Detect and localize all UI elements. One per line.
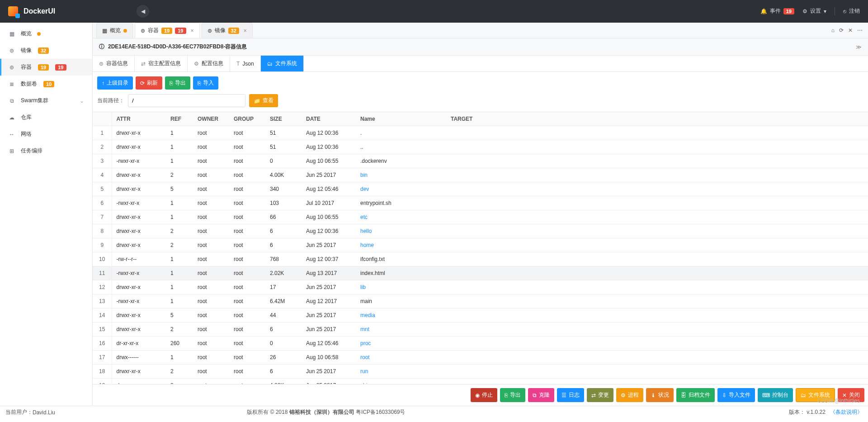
file-table-wrap[interactable]: ATTR REF OWNER GROUP SIZE DATE Name TARG… xyxy=(93,112,868,384)
more-icon[interactable]: ⋯ xyxy=(857,27,863,33)
action-clone[interactable]: ⧉克隆 xyxy=(528,388,554,402)
sidebar-label-6: 网络 xyxy=(21,130,32,138)
action-process[interactable]: ⚙进程 xyxy=(616,388,643,402)
action-export[interactable]: ⎘导出 xyxy=(500,388,525,402)
action-logs[interactable]: ☰日志 xyxy=(557,388,584,402)
file-link[interactable]: root xyxy=(360,354,370,360)
file-link[interactable]: mnt xyxy=(360,326,369,332)
table-row[interactable]: 16dr-xr-xr-x260rootroot0Aug 12 05:46proc xyxy=(93,337,868,351)
file-link[interactable]: home xyxy=(360,242,374,248)
collapse-sidebar-button[interactable]: ◀ xyxy=(137,5,149,18)
table-row[interactable]: 10-rw-r--r--1rootroot768Aug 12 00:37ifco… xyxy=(93,252,868,266)
file-link[interactable]: bin xyxy=(360,172,368,178)
file-link[interactable]: dev xyxy=(360,186,369,192)
table-row[interactable]: 8drwxr-xr-x2rootroot6Aug 12 00:36hello xyxy=(93,224,868,238)
col-target[interactable]: TARGET xyxy=(446,112,868,126)
header-logout[interactable]: ⎋ 注销 xyxy=(843,7,860,15)
refresh-icon[interactable]: ⟳ xyxy=(839,27,844,33)
inner-tab-1[interactable]: ⇄宿主配置信息 xyxy=(135,56,188,71)
tab-close-2[interactable]: × xyxy=(244,28,247,34)
header-events[interactable]: 🔔 事件 19 xyxy=(760,7,794,15)
import-button[interactable]: ⎘导入 xyxy=(193,76,218,90)
table-row[interactable]: 18drwxr-xr-x2rootroot6Jun 25 2017run xyxy=(93,365,868,379)
table-row[interactable]: 9drwxr-xr-x2rootroot6Jun 25 2017home xyxy=(93,238,868,252)
table-row[interactable]: 19drwxr-xr-x2rootroot4.00KJun 25 2017sbi… xyxy=(93,379,868,384)
action-stop[interactable]: ◉停止 xyxy=(471,388,497,402)
inner-tab-3[interactable]: TJson xyxy=(230,56,261,71)
path-input[interactable] xyxy=(128,94,245,107)
table-row[interactable]: 4drwxr-xr-x2rootroot4.00KJun 25 2017bin xyxy=(93,168,868,182)
table-row[interactable]: 1drwxr-xr-x1rootroot51Aug 12 00:36. xyxy=(93,126,868,140)
action-status[interactable]: 🌡状况 xyxy=(646,388,674,402)
action-filesystem[interactable]: 🗂文件系统 xyxy=(796,388,835,402)
action-change[interactable]: ⇄变更 xyxy=(587,388,613,402)
col-size[interactable]: SIZE xyxy=(265,112,302,126)
page-tab-0[interactable]: ▦概览 xyxy=(96,23,133,38)
cell-group: root xyxy=(229,379,265,384)
inner-tab-0[interactable]: ⊚容器信息 xyxy=(93,56,135,71)
cell-target xyxy=(446,280,868,294)
home-icon[interactable]: ⌂ xyxy=(831,27,835,33)
terms-link[interactable]: 《条款说明》 xyxy=(830,409,863,415)
table-row[interactable]: 7drwxr-xr-x1rootroot66Aug 10 06:55etc xyxy=(93,210,868,224)
sidebar-item-1[interactable]: ⊚镜像32 xyxy=(0,42,92,59)
inner-tab-4[interactable]: 🗂文件系统 xyxy=(261,56,304,71)
export-button[interactable]: ⎘导出 xyxy=(165,76,190,90)
cell-date: Jul 10 2017 xyxy=(302,196,356,210)
sidebar-item-0[interactable]: ▦概览 xyxy=(0,25,92,42)
sidebar-item-2[interactable]: ⊚容器1919 xyxy=(0,59,92,76)
table-row[interactable]: 12drwxr-xr-x1rootroot17Jun 25 2017lib xyxy=(93,280,868,294)
expand-icon[interactable]: ≫ xyxy=(856,44,862,50)
table-row[interactable]: 15drwxr-xr-x2rootroot6Jun 25 2017mnt xyxy=(93,322,868,337)
col-owner[interactable]: OWNER xyxy=(193,112,229,126)
table-row[interactable]: 17drwx------1rootroot26Aug 10 06:58root xyxy=(93,351,868,365)
sidebar-item-4[interactable]: ⧉Swarm集群⌄ xyxy=(0,92,92,109)
table-row[interactable]: 2drwxr-xr-x1rootroot51Aug 12 00:36.. xyxy=(93,140,868,154)
table-row[interactable]: 13-rwxr-xr-x1rootroot6.42MAug 12 2017mai… xyxy=(93,294,868,308)
cell-target xyxy=(446,379,868,384)
col-ref[interactable]: REF xyxy=(166,112,193,126)
table-row[interactable]: 5drwxr-xr-x5rootroot340Aug 12 05:46dev xyxy=(93,182,868,196)
close-all-icon[interactable]: ✕ xyxy=(848,27,853,33)
bell-icon: 🔔 xyxy=(760,8,767,14)
file-link[interactable]: etc xyxy=(360,214,368,220)
up-dir-button[interactable]: ↑上级目录 xyxy=(97,76,133,90)
inner-tab-2[interactable]: ⚙配置信息 xyxy=(188,56,230,71)
page-tab-2[interactable]: ⊚镜像32× xyxy=(202,23,253,38)
cell-size: 6 xyxy=(265,224,302,238)
sidebar-item-5[interactable]: ☁仓库 xyxy=(0,109,92,126)
header-settings[interactable]: ⚙ 设置 ▾ xyxy=(802,7,826,15)
col-attr[interactable]: ATTR xyxy=(112,112,166,126)
action-archive[interactable]: 🗄归档文件 xyxy=(676,388,715,402)
col-date[interactable]: DATE xyxy=(302,112,356,126)
file-link[interactable]: proc xyxy=(360,340,371,346)
tab-close-1[interactable]: × xyxy=(191,28,194,34)
action-close[interactable]: ✕关闭 xyxy=(838,388,864,402)
action-import-file[interactable]: ⇩导入文件 xyxy=(717,388,755,402)
file-link[interactable]: lib xyxy=(360,284,366,290)
file-link[interactable]: hello xyxy=(360,228,372,234)
table-row[interactable]: 14drwxr-xr-x5rootroot44Jun 25 2017media xyxy=(93,308,868,322)
logo-icon xyxy=(8,6,18,16)
cell-owner: root xyxy=(193,182,229,196)
folder-icon: 📁 xyxy=(254,98,260,104)
sidebar-item-6[interactable]: ↔网络 xyxy=(0,126,92,142)
table-row[interactable]: 6-rwxr-xr-x1rootroot103Jul 10 2017entryp… xyxy=(93,196,868,210)
refresh-button[interactable]: ⟳刷新 xyxy=(136,76,162,90)
file-link[interactable]: run xyxy=(360,368,368,375)
cell-idx: 17 xyxy=(93,351,112,365)
cell-group: root xyxy=(229,280,265,294)
file-link[interactable]: media xyxy=(360,312,375,318)
archive-icon: 🗄 xyxy=(681,392,686,398)
page-tab-1[interactable]: ⊚容器1919× xyxy=(135,23,200,38)
action-console[interactable]: ⌨控制台 xyxy=(758,388,793,402)
inner-tab-icon-4: 🗂 xyxy=(267,61,273,67)
table-row[interactable]: 3-rwxr-xr-x1rootroot0Aug 10 06:55.docker… xyxy=(93,154,868,168)
sidebar-item-7[interactable]: ⊞任务编排 xyxy=(0,142,92,159)
table-row[interactable]: 11-rwxr-xr-x1rootroot2.02KAug 13 2017ind… xyxy=(93,266,868,280)
col-group[interactable]: GROUP xyxy=(229,112,265,126)
import-icon: ⎘ xyxy=(198,80,201,86)
col-name[interactable]: Name xyxy=(356,112,446,126)
view-button[interactable]: 📁查看 xyxy=(249,94,278,107)
sidebar-item-3[interactable]: ≣数据卷10 xyxy=(0,76,92,92)
